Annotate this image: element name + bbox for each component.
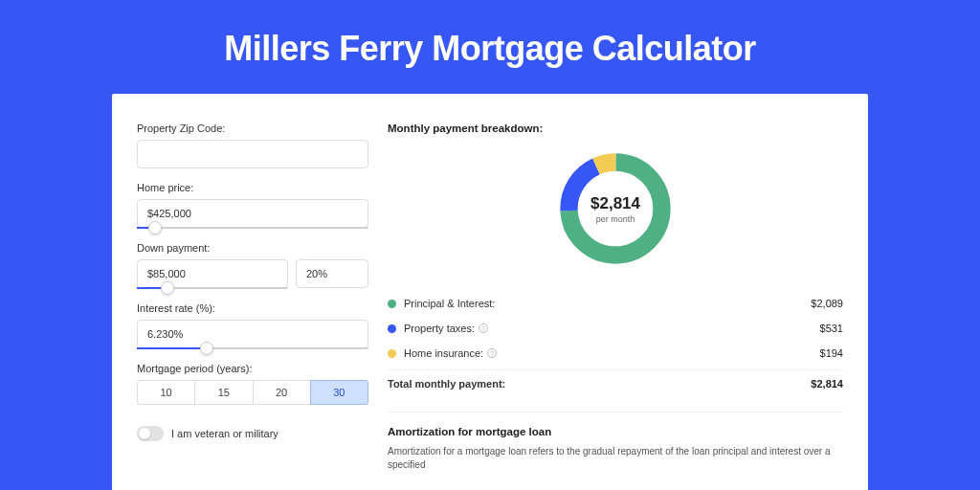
interest-rate-input[interactable] bbox=[137, 320, 368, 348]
legend-label: Home insurance: ? bbox=[404, 347, 820, 359]
legend-amount: $194 bbox=[820, 347, 843, 359]
amortization-section: Amortization for mortgage loan Amortizat… bbox=[388, 412, 843, 472]
breakdown-header: Monthly payment breakdown: bbox=[388, 122, 843, 134]
form-column: Property Zip Code: Home price: Down paym… bbox=[137, 122, 368, 467]
veteran-row: I am veteran or military bbox=[137, 426, 368, 441]
period-buttons: 10 15 20 30 bbox=[137, 380, 368, 405]
period-btn-20[interactable]: 20 bbox=[253, 380, 311, 405]
legend-amount: $2,089 bbox=[811, 298, 843, 309]
donut-wrap: $2,814 per month bbox=[388, 147, 843, 270]
legend-row-insurance: Home insurance: ? $194 bbox=[388, 341, 843, 366]
veteran-toggle[interactable] bbox=[137, 426, 164, 441]
veteran-label: I am veteran or military bbox=[171, 428, 278, 439]
down-payment-percent-input[interactable] bbox=[296, 259, 368, 288]
info-icon[interactable]: ? bbox=[479, 323, 488, 333]
slider-thumb[interactable] bbox=[148, 221, 162, 234]
period-btn-30[interactable]: 30 bbox=[310, 380, 368, 405]
legend-total-label: Total monthly payment: bbox=[388, 378, 811, 390]
period-btn-10[interactable]: 10 bbox=[137, 380, 195, 405]
donut-sub: per month bbox=[590, 214, 640, 224]
period-block: Mortgage period (years): 10 15 20 30 bbox=[137, 363, 368, 405]
legend: Principal & Interest: $2,089 Property ta… bbox=[388, 291, 843, 396]
down-payment-slider[interactable] bbox=[137, 287, 288, 289]
down-payment-amount-input[interactable] bbox=[137, 259, 288, 288]
legend-text: Property taxes: bbox=[404, 323, 475, 334]
interest-rate-label: Interest rate (%): bbox=[137, 302, 368, 314]
info-icon[interactable]: ? bbox=[487, 348, 497, 358]
legend-total-amount: $2,814 bbox=[811, 378, 843, 390]
legend-text: Home insurance: bbox=[404, 347, 483, 359]
dot-icon bbox=[388, 324, 396, 333]
calculator-card: Property Zip Code: Home price: Down paym… bbox=[112, 94, 868, 490]
period-btn-15[interactable]: 15 bbox=[194, 380, 253, 405]
dot-icon bbox=[388, 349, 396, 358]
zip-input[interactable] bbox=[137, 140, 368, 168]
interest-rate-block: Interest rate (%): bbox=[137, 302, 368, 349]
donut-chart: $2,814 per month bbox=[554, 147, 677, 270]
legend-text: Principal & Interest: bbox=[404, 298, 495, 309]
legend-row-taxes: Property taxes: ? $531 bbox=[388, 316, 843, 341]
down-payment-label: Down payment: bbox=[137, 242, 368, 254]
slider-thumb[interactable] bbox=[200, 342, 213, 355]
home-price-label: Home price: bbox=[137, 182, 368, 193]
legend-total-row: Total monthly payment: $2,814 bbox=[388, 369, 843, 396]
home-price-block: Home price: bbox=[137, 182, 368, 229]
slider-fill bbox=[137, 347, 207, 349]
interest-rate-slider[interactable] bbox=[137, 347, 368, 349]
down-payment-block: Down payment: bbox=[137, 242, 368, 289]
legend-amount: $531 bbox=[820, 323, 843, 334]
home-price-input[interactable] bbox=[137, 199, 368, 228]
zip-label: Property Zip Code: bbox=[137, 122, 368, 134]
legend-label: Property taxes: ? bbox=[404, 323, 820, 334]
breakdown-column: Monthly payment breakdown: $2,814 per mo… bbox=[388, 122, 843, 467]
period-label: Mortgage period (years): bbox=[137, 363, 368, 374]
home-price-slider[interactable] bbox=[137, 227, 368, 229]
zip-block: Property Zip Code: bbox=[137, 122, 368, 168]
slider-thumb[interactable] bbox=[161, 281, 174, 295]
dot-icon bbox=[388, 300, 396, 308]
amortization-text: Amortization for a mortgage loan refers … bbox=[388, 445, 843, 472]
amortization-title: Amortization for mortgage loan bbox=[388, 426, 843, 437]
legend-label: Principal & Interest: bbox=[404, 298, 811, 309]
donut-center: $2,814 per month bbox=[590, 194, 640, 224]
donut-value: $2,814 bbox=[590, 194, 640, 213]
page-title: Millers Ferry Mortgage Calculator bbox=[0, 0, 980, 94]
legend-row-principal: Principal & Interest: $2,089 bbox=[388, 291, 843, 316]
toggle-knob bbox=[139, 428, 150, 439]
